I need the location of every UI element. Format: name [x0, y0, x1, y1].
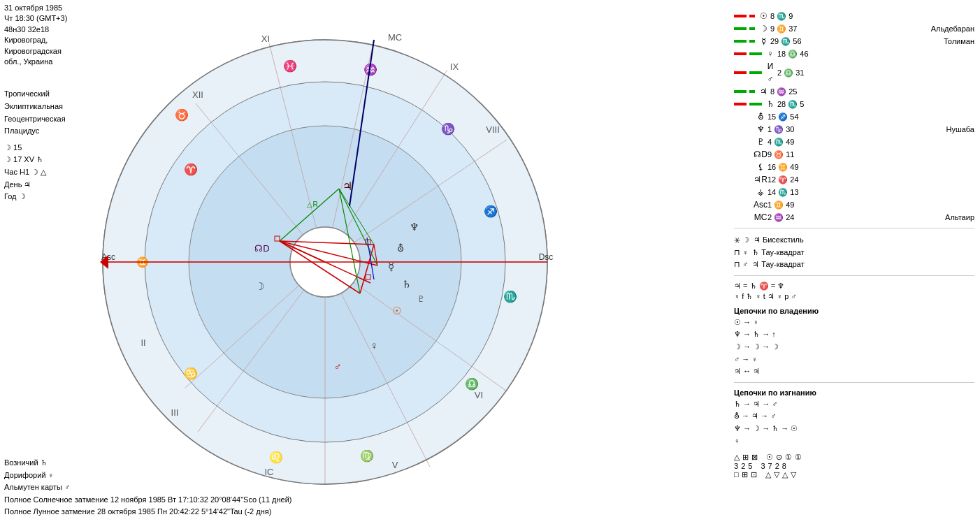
venus-position: 18 ♎ 46 — [777, 48, 974, 60]
venus-symbol: ♀ — [370, 340, 377, 351]
mars-position: 2 ♎ 31 — [777, 67, 974, 79]
pluto-symbol: ♇ — [417, 294, 425, 304]
mc-row: MC 2 ♒ 24 Альтаир — [734, 211, 974, 224]
sym-row1: △ ⊞ ⊠ ☉ ⊙ ① ① — [734, 453, 802, 462]
house-label-mc: MC — [388, 32, 402, 43]
tropical-label: Тропический — [4, 88, 69, 101]
geocentric-label: Геоцентрическая — [4, 113, 69, 126]
dsc-label: Dsc — [539, 252, 554, 262]
dom-chain-2: ♆ → ♄ → ↑ — [734, 328, 974, 341]
jupiter-position: 8 ♒ 25 — [770, 86, 974, 98]
day-label: День ♃ — [4, 179, 69, 191]
pluto-row: ♇ 4 ♏ 49 — [734, 136, 974, 148]
exile-chains-section: Цепочки по изгнанию ♄ → ♃ → ♂ ⛢ → ♃ → ♂ … — [734, 388, 974, 447]
svg-text:♎: ♎ — [465, 377, 479, 391]
chiron-icon: ⚶ — [754, 186, 768, 198]
mercury-row: ☿ 29 ♏ 56 Толиман — [734, 35, 974, 48]
aspect-sextile-icon: ⚹ — [734, 234, 740, 247]
dominion-chains-title-section: Цепочки по владению ☉ → ♀ ♆ → ♄ → ↑ ☽ → … — [734, 307, 974, 378]
mars-bar2 — [749, 71, 762, 74]
asc-row: Asc 1 ♊ 49 — [734, 198, 974, 211]
house-label-9: IX — [450, 61, 459, 72]
dominion-chains-section: ♃ = ♄ ♈ = ♆ ♀ f ♄ ♀ t ♃ ♀ p ♂ — [734, 282, 974, 301]
neptune-symbol: ♆ — [410, 221, 419, 233]
moon-star: Альдебаран — [931, 23, 974, 35]
neptune-row: ♆ 1 ♑ 30 Нушаба — [734, 123, 974, 136]
house-label-6: VI — [475, 390, 483, 400]
tau2-p2: ♃ — [752, 259, 759, 271]
astrological-chart: II III IC V VI VIII IX MC XI XII Asc Dsc… — [73, 0, 577, 524]
svg-text:♓: ♓ — [283, 59, 297, 73]
venus-bar2 — [749, 52, 762, 55]
mercury-position: 29 ♏ 56 — [770, 36, 944, 48]
right-panel: ☉ 8 ♏ 9 ☽ 9 ♊ 37 Альдебаран ☿ 29 ♏ 56 То… — [728, 0, 980, 524]
mc-star: Альтаир — [945, 212, 974, 224]
svg-text:♉: ♉ — [175, 108, 189, 122]
lilith-position: 16 ♊ 49 — [768, 161, 974, 173]
priapus-position: 12 ♈ 24 — [768, 174, 974, 186]
triangle-marker: △R — [307, 201, 317, 208]
auriga-label: Возничий ♄ — [4, 457, 410, 470]
aspect-tau2-name: Тау-квадрат — [761, 259, 804, 271]
mercury-bar — [734, 40, 747, 43]
aspect-tau-icon2: ⊓ — [734, 259, 740, 271]
mars-bar1 — [734, 71, 747, 74]
jupiter-symbol: ♃ — [343, 180, 352, 192]
divider-2 — [734, 275, 974, 276]
asc-symbol: Asc — [754, 198, 768, 211]
exile-chain-3: ♆ → ☽ → ♄ → ☉ — [734, 423, 974, 435]
jupiter-bar — [734, 90, 747, 93]
svg-text:♋: ♋ — [184, 367, 198, 380]
moon-phase-label: ☽ 17 XV ♄ — [4, 154, 69, 166]
mars-icon: И ♂ — [763, 60, 777, 85]
mars-row: И ♂ 2 ♎ 31 — [734, 60, 974, 85]
saturn-icon: ♄ — [763, 98, 777, 110]
chart-settings: Тропический Эклиптикальная Геоцентрическ… — [4, 88, 69, 203]
sun-row: ☉ 8 ♏ 9 — [734, 10, 974, 22]
jupiter-bar2 — [749, 90, 755, 93]
node-row: ☊D 9 ♉ 11 — [734, 148, 974, 161]
saturn-bar1 — [734, 103, 747, 105]
lilith-icon: ⚸ — [754, 161, 768, 173]
dominion-chain-label: ♃ = ♄ ♈ = ♆ — [734, 282, 974, 291]
moon-row: ☽ 9 ♊ 37 Альдебаран — [734, 22, 974, 35]
uranus-position: 15 ♐ 54 — [768, 111, 974, 123]
left-panel: 31 октября 1985 Чт 18:30 (GMT+3) 48н30 3… — [0, 0, 73, 524]
location-line: Кировоград, Кировоградская обл., Украина — [4, 35, 69, 67]
tau1-p2: ♄ — [752, 247, 759, 259]
mc-position: 2 ♒ 24 — [768, 212, 945, 224]
aspect-tau2: ⊓ ♂ ♃ Тау-квадрат — [734, 259, 974, 271]
divider-3 — [734, 382, 974, 383]
moon-bar — [734, 27, 747, 30]
solar-eclipse-label: Полное Солнечное затмение 12 ноября 1985… — [4, 494, 410, 507]
house-label-11: XI — [261, 34, 270, 44]
pluto-icon: ♇ — [754, 136, 768, 148]
dom-chain-3: ☽ → ☽ → ☽ — [734, 341, 974, 354]
aspect-bisextile: ⚹ ☽ ♃ Бисекстиль — [734, 234, 974, 247]
moon-position: 9 ♊ 37 — [770, 23, 931, 35]
dominion-formula2: ♀ f ♄ ♀ t ♃ ♀ p ♂ — [734, 292, 974, 301]
lilith-row: ⚸ 16 ♊ 49 — [734, 161, 974, 173]
sun-bar2 — [749, 15, 755, 17]
houses-label: Плацидус — [4, 125, 69, 138]
saturn-symbol: ♄ — [402, 278, 411, 290]
main-container: 31 октября 1985 Чт 18:30 (GMT+3) 48н30 3… — [0, 0, 980, 524]
mc-symbol: MC — [754, 211, 768, 224]
svg-text:♈: ♈ — [184, 163, 198, 176]
exile-chain-1: ♄ → ♃ → ♂ — [734, 398, 974, 411]
header-section: 31 октября 1985 Чт 18:30 (GMT+3) 48н30 3… — [4, 3, 69, 67]
chiron-row: ⚶ 14 ♏ 13 — [734, 186, 974, 198]
mars-symbol: ♂ — [333, 361, 341, 372]
neptune-position: 1 ♑ 30 — [768, 124, 946, 136]
moon-icon: ☽ — [756, 22, 770, 35]
node-symbol: ☊D — [254, 243, 269, 254]
sun-bar — [734, 15, 747, 17]
tau1-p1: ♀ — [742, 247, 748, 259]
venus-icon: ♀ — [763, 48, 777, 60]
chart-area: II III IC V VI VIII IX MC XI XII Asc Dsc… — [73, 0, 728, 524]
mercury-icon: ☿ — [756, 35, 770, 48]
moon-bar2 — [749, 27, 755, 30]
sun-icon: ☉ — [756, 10, 770, 22]
mercury-bar2 — [749, 40, 755, 43]
sym-row2: 3 2 5 3 7 2 8 — [734, 462, 802, 470]
